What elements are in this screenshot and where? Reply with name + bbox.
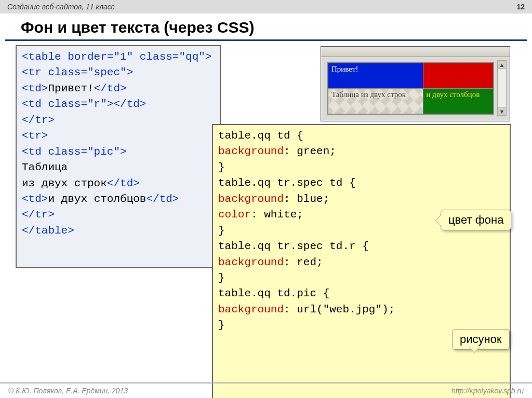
footer-right: http://kpolyakov.spb.ru [451,387,524,395]
html-code-box: <table border="1" class="qq"><tr class="… [16,45,221,268]
callout-picture: рисунок [452,329,510,350]
content-area: <table border="1" class="qq"><tr class="… [0,41,532,52]
callout-pic-text: рисунок [460,333,502,346]
slide-title: Фон и цвет текста (через CSS) [5,13,527,41]
css-code-box: table.qq td { background: green;}table.q… [212,124,511,398]
demo-table: Привет! Таблица из двух строк и двух сто… [328,63,494,114]
footer-left: © К.Ю. Поляков, Е.А. Ерёмин, 2013 [8,387,128,395]
demo-cell-pic: Таблица из двух строк [328,89,423,114]
scroll-down-icon[interactable]: ▼ [498,107,506,115]
demo-cell-blue: Привет! [328,63,423,89]
scroll-up-icon[interactable]: ▲ [498,61,506,69]
callout-tail-icon [430,214,442,227]
preview-titlebar [321,47,510,57]
preview-scrollbar[interactable]: ▲ ▼ [497,60,507,116]
preview-viewport: Привет! Таблица из двух строк и двух сто… [327,62,494,115]
preview-window: Привет! Таблица из двух строк и двух сто… [321,46,510,121]
demo-cell-red [423,63,493,89]
topbar-left: Создание веб-сайтов, 11 класс [7,3,115,11]
callout-background: цвет фона [441,210,511,230]
callout-tail-icon [468,346,481,359]
callout-bg-text: цвет фона [448,213,503,226]
demo-cell-green: и двух столбцов [423,89,493,114]
page-number: 12 [516,3,525,11]
topbar: Создание веб-сайтов, 11 класс 12 [0,0,532,13]
footer: © К.Ю. Поляков, Е.А. Ерёмин, 2013 http:/… [0,382,532,398]
